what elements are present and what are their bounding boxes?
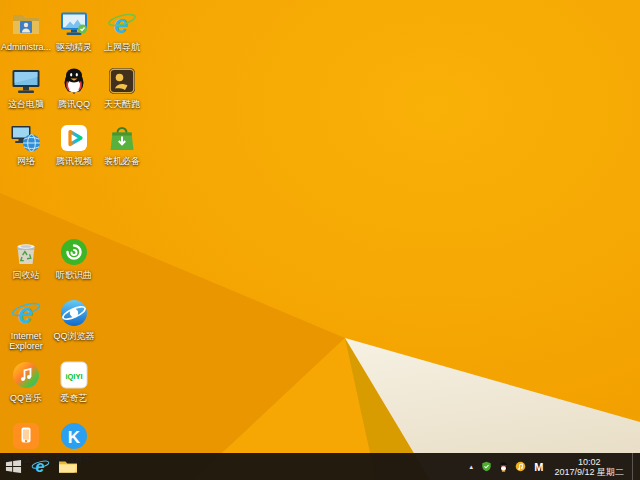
desktop-icon-label: 腾讯视频	[48, 156, 100, 166]
desktop-icon-iqiyi[interactable]: iQIYI 爱奇艺	[48, 359, 100, 403]
svg-text:iQIYI: iQIYI	[65, 372, 82, 381]
desktop-icon-network[interactable]: 网络	[0, 122, 52, 166]
desktop-icon-label: 爱奇艺	[48, 393, 100, 403]
qq-music-icon	[10, 359, 42, 391]
desktop: Administra... 这台电脑	[0, 0, 640, 480]
desktop-icon-qq-browser[interactable]: QQ浏览器	[48, 297, 100, 341]
taskbar-clock[interactable]: 10:02 2017/9/12 星期二	[550, 457, 628, 477]
folder-icon	[58, 459, 78, 475]
internet-explorer-icon: e	[10, 297, 42, 329]
internet-explorer-icon: e	[31, 457, 50, 476]
driver-genius-icon	[58, 8, 90, 40]
tencent-qq-icon	[58, 65, 90, 97]
desktop-icon-this-pc[interactable]: 这台电脑	[0, 65, 52, 109]
taskbar-file-explorer-button[interactable]	[54, 453, 81, 480]
desktop-icon-label: 装机必备	[96, 156, 148, 166]
qq-browser-icon	[58, 297, 90, 329]
tray-security-shield-icon[interactable]	[480, 460, 493, 473]
desktop-icon-qq-music[interactable]: QQ音乐	[0, 359, 52, 403]
desktop-icon-web-nav[interactable]: e 上网导航	[96, 8, 148, 52]
this-pc-icon	[10, 65, 42, 97]
desktop-icon-recycle-bin[interactable]: 回收站	[0, 236, 52, 280]
desktop-icon-label: QQ音乐	[0, 393, 52, 403]
show-desktop-button[interactable]	[632, 453, 637, 480]
iqiyi-icon: iQIYI	[58, 359, 90, 391]
taskbar: e ▲	[0, 453, 640, 480]
desktop-icon-driver-genius[interactable]: 驱动精灵	[48, 8, 100, 52]
desktop-icon-label: Internet Explorer	[0, 331, 52, 351]
clock-date: 2017/9/12 星期二	[554, 467, 624, 477]
desktop-icon-label: 这台电脑	[0, 99, 52, 109]
desktop-icon-tencent-video[interactable]: 腾讯视频	[48, 122, 100, 166]
desktop-icon-label: Administra...	[0, 42, 52, 52]
svg-text:e: e	[18, 299, 33, 329]
mobile-game-icon	[10, 420, 42, 452]
ime-indicator[interactable]: M	[531, 461, 546, 473]
windows-logo-icon	[5, 458, 22, 475]
user-files-icon	[10, 8, 42, 40]
web-nav-icon: e	[106, 8, 138, 40]
tray-music-player-icon[interactable]	[514, 460, 527, 473]
svg-text:e: e	[36, 457, 45, 475]
desktop-icon-label: 上网导航	[96, 42, 148, 52]
desktop-icon-user-files[interactable]: Administra...	[0, 8, 52, 52]
desktop-icon-label: 听歌识曲	[48, 270, 100, 280]
desktop-icon-label: 驱动精灵	[48, 42, 100, 52]
kugou-music-icon: K	[58, 420, 90, 452]
start-button[interactable]	[0, 453, 27, 480]
tiantian-kupao-icon	[106, 65, 138, 97]
desktop-icon-label: 回收站	[0, 270, 52, 280]
clock-time: 10:02	[554, 457, 624, 467]
tencent-video-icon	[58, 122, 90, 154]
desktop-icon-internet-explorer[interactable]: e Internet Explorer	[0, 297, 52, 351]
svg-text:K: K	[68, 428, 81, 447]
tray-qq-messenger-icon[interactable]	[497, 460, 510, 473]
listen-song-icon	[58, 236, 90, 268]
desktop-icon-zhuangji-bibei[interactable]: 装机必备	[96, 122, 148, 166]
recycle-bin-icon	[10, 236, 42, 268]
system-tray: ▲	[466, 453, 640, 480]
desktop-icon-label: QQ浏览器	[48, 331, 100, 341]
network-icon	[10, 122, 42, 154]
hidden-icons-chevron[interactable]: ▲	[466, 464, 476, 470]
taskbar-internet-explorer-button[interactable]: e	[27, 453, 54, 480]
desktop-icon-listen-song[interactable]: 听歌识曲	[48, 236, 100, 280]
zhuangji-bibei-icon	[106, 122, 138, 154]
desktop-icon-tencent-qq[interactable]: 腾讯QQ	[48, 65, 100, 109]
desktop-icon-label: 网络	[0, 156, 52, 166]
desktop-icon-tiantian-kupao[interactable]: 天天酷跑	[96, 65, 148, 109]
desktop-icon-label: 天天酷跑	[96, 99, 148, 109]
desktop-icon-label: 腾讯QQ	[48, 99, 100, 109]
